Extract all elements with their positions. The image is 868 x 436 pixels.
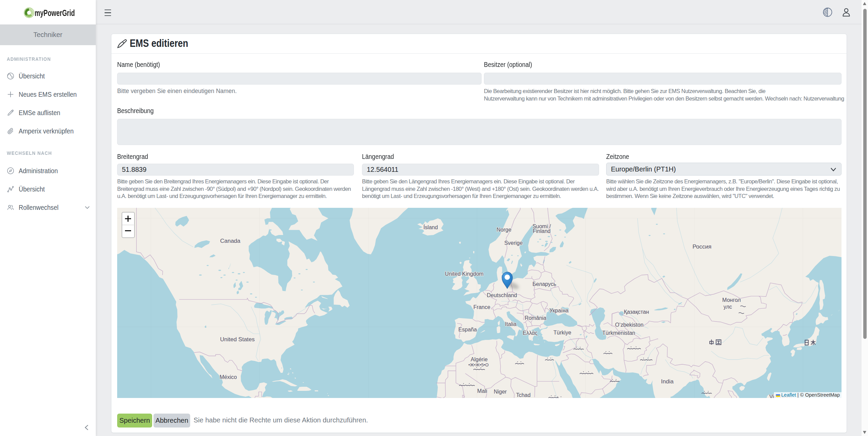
svg-text:Canada: Canada — [220, 238, 240, 244]
svg-text:Niger: Niger — [494, 389, 507, 395]
svg-text:Россия: Россия — [692, 243, 711, 250]
svg-text:Algérie: Algérie — [471, 357, 488, 362]
svg-text:Mali: Mali — [477, 388, 487, 394]
svg-text:Sverige: Sverige — [504, 240, 523, 246]
svg-text:India: India — [661, 378, 674, 385]
svg-text:Ísland: Ísland — [423, 224, 438, 230]
svg-text:Türkmenistan: Türkmenistan — [602, 330, 635, 336]
svg-text:Қазақстан: Қазақстан — [624, 309, 649, 315]
svg-text:United Kingdom: United Kingdom — [445, 271, 484, 277]
svg-text:Finland: Finland — [533, 228, 550, 234]
svg-text:Tchad: Tchad — [516, 392, 531, 398]
svg-text:Norge: Norge — [496, 227, 511, 233]
svg-text:United States: United States — [220, 336, 255, 343]
svg-text:Україна: Україна — [549, 308, 569, 313]
svg-text:Беларусь: Беларусь — [532, 281, 556, 287]
svg-text:Türkiye: Türkiye — [554, 330, 572, 335]
svg-text:•Ж•Ж•5•O: •Ж•Ж•5•O — [468, 362, 489, 367]
svg-text:O‘zbekiston: O‘zbekiston — [615, 322, 644, 328]
svg-text:España: España — [458, 327, 477, 332]
svg-text:Italia: Italia — [505, 321, 517, 327]
svg-text:România: România — [525, 315, 546, 321]
svg-text:улс: улс — [724, 304, 732, 310]
svg-text:Монгол: Монгол — [722, 297, 741, 303]
svg-text:Ελλάς: Ελλάς — [523, 330, 538, 336]
svg-text:France: France — [473, 304, 490, 310]
svg-text:México: México — [220, 374, 237, 380]
svg-text:Deutschland: Deutschland — [487, 292, 517, 298]
